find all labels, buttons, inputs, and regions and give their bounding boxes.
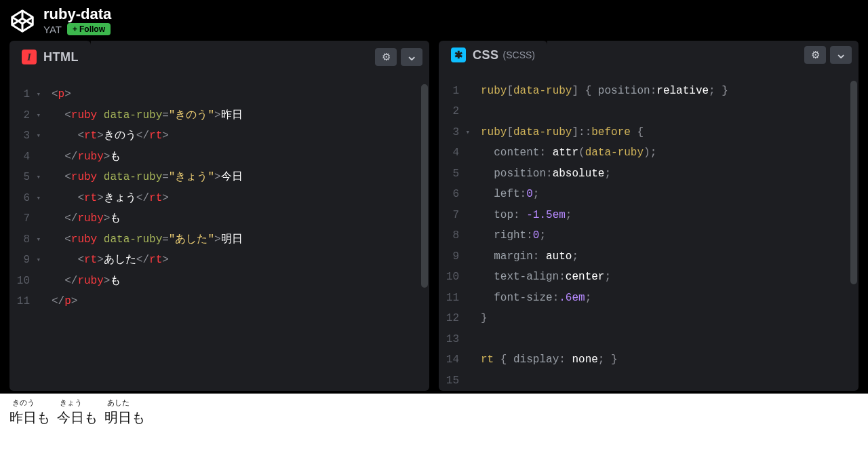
css-panel: ✱ CSS (SCSS) 123456789101112131415 ruby[…: [439, 41, 859, 391]
css-editor[interactable]: 123456789101112131415 ruby[data-ruby] { …: [439, 70, 859, 392]
css-settings-button[interactable]: [804, 46, 826, 64]
css-menu-button[interactable]: [830, 46, 852, 64]
css-gutter: 123456789101112131415: [439, 70, 477, 392]
css-label: CSS: [473, 48, 499, 62]
html-menu-button[interactable]: [401, 48, 422, 66]
html-editor[interactable]: 1234567891011 <p> <ruby data-ruby="きのう">…: [9, 73, 429, 391]
html-scrollbar[interactable]: [421, 84, 428, 288]
follow-label: Follow: [79, 24, 105, 34]
codepen-logo-icon: [9, 8, 35, 34]
html-panel: I HTML 1234567891011 <p> <ruby data-ruby…: [9, 41, 429, 391]
html-icon: I: [22, 50, 37, 64]
plus-icon: +: [73, 24, 77, 34]
css-scrollbar[interactable]: [850, 81, 857, 284]
css-code-text[interactable]: ruby[data-ruby] { position:relative; } r…: [477, 70, 859, 392]
html-tabbar: I HTML: [9, 41, 429, 73]
pen-title: ruby-data: [43, 7, 111, 22]
html-label: HTML: [43, 50, 79, 64]
css-icon: ✱: [451, 48, 466, 62]
css-sublang: (SCSS): [503, 50, 535, 60]
follow-button[interactable]: +Follow: [67, 23, 111, 35]
editors-row: I HTML 1234567891011 <p> <ruby data-ruby…: [0, 41, 868, 394]
html-code-text[interactable]: <p> <ruby data-ruby="きのう">昨日 <rt>きのう</rt…: [47, 73, 429, 391]
tab-css[interactable]: ✱ CSS (SCSS): [439, 41, 547, 70]
css-tabbar: ✱ CSS (SCSS): [439, 41, 859, 70]
author-name[interactable]: YAT: [43, 24, 62, 35]
html-gutter: 1234567891011: [9, 73, 47, 391]
app-header: ruby-data YAT +Follow: [0, 0, 868, 41]
tab-html[interactable]: I HTML: [9, 41, 91, 73]
html-settings-button[interactable]: [375, 48, 397, 66]
output-preview: きのう昨日も きょう今日も あした明日も: [0, 394, 868, 475]
